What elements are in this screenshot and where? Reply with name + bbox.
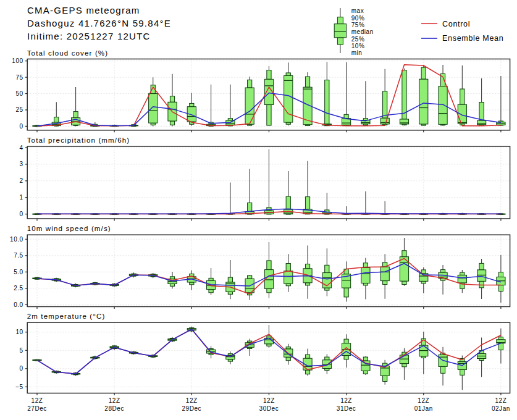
- svg-text:25: 25: [15, 106, 23, 113]
- svg-text:10: 10: [15, 329, 23, 335]
- svg-text:median: median: [351, 28, 374, 35]
- svg-text:min: min: [351, 49, 363, 56]
- svg-text:75%: 75%: [351, 22, 365, 28]
- svg-text:5.0: 5.0: [14, 269, 23, 275]
- svg-text:12Z: 12Z: [109, 397, 120, 404]
- svg-text:01Jan: 01Jan: [414, 405, 433, 412]
- svg-text:27Dec: 27Dec: [27, 405, 47, 412]
- svg-text:0: 0: [20, 211, 23, 217]
- svg-text:12Z: 12Z: [418, 397, 429, 404]
- svg-text:10.0: 10.0: [10, 236, 23, 243]
- svg-text:100: 100: [12, 57, 23, 64]
- svg-text:75: 75: [15, 74, 23, 81]
- svg-text:0: 0: [20, 123, 23, 130]
- svg-text:3: 3: [20, 161, 23, 167]
- svg-text:Dashoguz 41.7626°N 59.84°E: Dashoguz 41.7626°N 59.84°E: [27, 18, 171, 28]
- svg-text:2m temperature (°C): 2m temperature (°C): [27, 313, 106, 320]
- svg-text:Control: Control: [442, 20, 470, 28]
- svg-text:10%: 10%: [351, 43, 365, 49]
- svg-text:12Z: 12Z: [263, 397, 275, 404]
- svg-text:29Dec: 29Dec: [182, 405, 201, 412]
- svg-text:Ensemble Mean: Ensemble Mean: [442, 34, 503, 43]
- svg-text:2.5: 2.5: [14, 285, 23, 292]
- svg-text:CMA-GEPS meteogram: CMA-GEPS meteogram: [27, 5, 140, 15]
- svg-text:2: 2: [20, 177, 23, 184]
- svg-text:Total precipitation (mm/6h): Total precipitation (mm/6h): [27, 136, 130, 144]
- svg-text:−5: −5: [15, 384, 23, 390]
- svg-text:12Z: 12Z: [495, 397, 506, 404]
- svg-text:Total cloud cover (%): Total cloud cover (%): [27, 49, 109, 57]
- svg-text:02Jan: 02Jan: [492, 405, 510, 412]
- svg-text:28Dec: 28Dec: [104, 405, 124, 412]
- svg-text:90%: 90%: [351, 15, 365, 22]
- svg-text:50: 50: [15, 90, 23, 97]
- svg-text:12Z: 12Z: [186, 397, 198, 404]
- svg-text:Initime: 20251227 12UTC: Initime: 20251227 12UTC: [27, 31, 151, 41]
- svg-text:12Z: 12Z: [32, 397, 43, 404]
- svg-text:4: 4: [20, 145, 23, 151]
- svg-text:0: 0: [20, 365, 23, 372]
- svg-text:1: 1: [20, 194, 23, 201]
- svg-text:25%: 25%: [351, 36, 365, 43]
- svg-text:12Z: 12Z: [340, 397, 352, 404]
- svg-text:7.5: 7.5: [14, 252, 23, 259]
- svg-text:10m wind speed (m/s): 10m wind speed (m/s): [27, 225, 111, 232]
- svg-text:31Dec: 31Dec: [337, 405, 356, 412]
- svg-text:5: 5: [20, 347, 23, 354]
- svg-text:0.0: 0.0: [14, 301, 23, 308]
- svg-text:max: max: [351, 7, 364, 14]
- svg-text:30Dec: 30Dec: [259, 405, 279, 412]
